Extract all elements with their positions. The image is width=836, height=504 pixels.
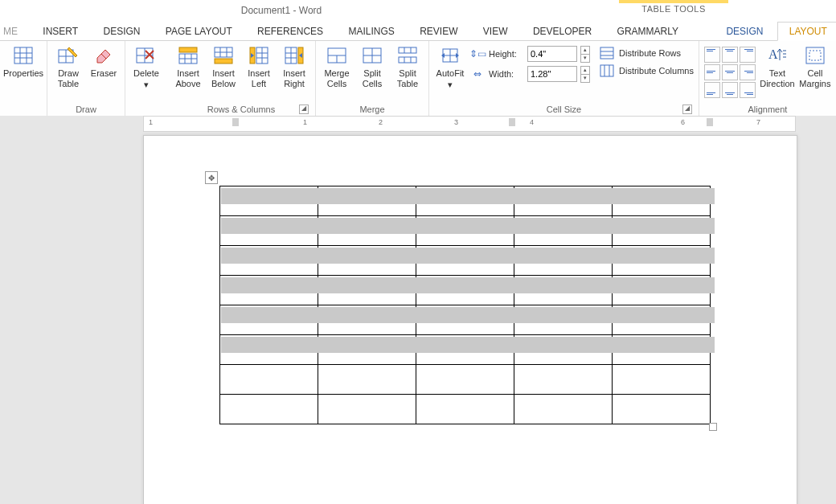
insert-above-button[interactable]: Insert Above [172,43,204,89]
table-cell[interactable] [613,276,711,305]
table-cell[interactable] [220,186,318,216]
table-cell[interactable] [416,186,514,216]
table-row[interactable] [220,365,711,395]
table-cell[interactable] [220,365,318,395]
table-cell[interactable] [514,305,613,335]
table-cell[interactable] [514,216,613,246]
table-cell[interactable] [318,186,416,216]
tab-developer[interactable]: DEVELOPER [522,23,603,40]
table-cell[interactable] [416,276,514,305]
tab-references[interactable]: REFERENCES [246,23,334,40]
tab-review[interactable]: REVIEW [408,23,469,40]
split-cells-button[interactable]: Split Cells [356,43,388,89]
table-row[interactable] [220,305,711,335]
table-cell[interactable] [416,335,514,365]
table-cell[interactable] [613,186,711,216]
table-cell[interactable] [613,395,711,424]
insert-left-button[interactable]: Insert Left [243,43,275,89]
table-row[interactable] [220,186,711,216]
table-cell[interactable] [514,246,613,276]
draw-table-button[interactable]: Draw Table [52,43,84,89]
pencil-table-icon [57,45,80,66]
horizontal-ruler[interactable]: 1 1 2 3 4 6 7 [143,116,796,132]
align-mid-center[interactable] [722,64,738,80]
align-bot-center[interactable] [722,82,738,98]
table-cell[interactable] [318,335,416,365]
group-label-merge: Merge [321,104,424,117]
table-cell[interactable] [318,365,416,395]
table-cell[interactable] [416,246,514,276]
table-cell[interactable] [613,216,711,246]
distribute-rows-button[interactable]: Distribute Rows [600,47,694,59]
delete-button[interactable]: Delete ▾ [130,43,162,90]
table-cell[interactable] [220,395,318,424]
table-cell[interactable] [416,216,514,246]
align-mid-left[interactable] [704,64,720,80]
table-resize-handle[interactable] [709,423,717,431]
table-cell[interactable] [220,305,318,335]
width-input[interactable] [527,66,577,82]
merge-cells-button[interactable]: Merge Cells [321,43,353,89]
align-mid-right[interactable] [740,64,756,80]
tab-insert[interactable]: INSERT [31,23,89,40]
eraser-button[interactable]: Eraser [88,43,120,79]
table-cell[interactable] [220,335,318,365]
table-cell[interactable] [220,216,318,246]
table-row[interactable] [220,395,711,424]
table-cell[interactable] [514,395,613,424]
dialog-launcher-icon[interactable]: ◢ [682,104,692,114]
tab-grammarly[interactable]: GRAMMARLY [606,23,690,40]
document-table[interactable] [219,186,711,424]
table-cell[interactable] [416,365,514,395]
table-cell[interactable] [613,365,711,395]
height-input[interactable] [527,46,577,62]
tab-mailings[interactable]: MAILINGS [337,23,405,40]
table-cell[interactable] [220,246,318,276]
tab-file-partial[interactable]: ME [0,23,29,40]
table-row[interactable] [220,216,711,246]
split-cells-icon [361,45,383,66]
table-cell[interactable] [514,335,613,365]
properties-button[interactable]: Properties [5,43,42,79]
table-cell[interactable] [318,305,416,335]
distribute-columns-button[interactable]: Distribute Columns [600,64,694,77]
align-top-right[interactable] [740,47,756,63]
height-spinner[interactable]: ▴▾ [580,46,590,62]
width-spinner[interactable]: ▴▾ [580,66,590,82]
insert-right-button[interactable]: Insert Right [278,43,310,89]
table-cell[interactable] [514,365,613,395]
table-cell[interactable] [514,186,613,216]
table-cell[interactable] [220,276,318,305]
cell-margins-button[interactable]: Cell Margins [799,43,831,89]
table-cell[interactable] [318,216,416,246]
table-cell[interactable] [514,276,613,305]
split-table-button[interactable]: Split Table [391,43,424,89]
align-bot-right[interactable] [740,82,756,98]
document-page[interactable]: ✥ [143,135,797,504]
text-direction-button[interactable]: A Text Direction [759,43,796,89]
table-cell[interactable] [318,395,416,424]
tab-table-design[interactable]: DESIGN [715,23,774,40]
grid-icon [12,45,35,66]
tab-table-layout[interactable]: LAYOUT [777,22,836,41]
tab-design[interactable]: DESIGN [92,23,151,40]
table-row[interactable] [220,276,711,305]
align-bot-left[interactable] [704,82,720,98]
align-top-center[interactable] [722,47,738,63]
table-row[interactable] [220,246,711,276]
table-cell[interactable] [613,246,711,276]
table-cell[interactable] [416,395,514,424]
table-cell[interactable] [416,305,514,335]
table-move-handle[interactable]: ✥ [205,171,218,184]
autofit-button[interactable]: AutoFit ▾ [434,43,466,90]
tab-page-layout[interactable]: PAGE LAYOUT [154,23,244,40]
table-cell[interactable] [318,246,416,276]
insert-below-button[interactable]: Insert Below [207,43,240,89]
table-cell[interactable] [613,335,711,365]
tab-view[interactable]: VIEW [472,23,519,40]
table-cell[interactable] [318,276,416,305]
table-row[interactable] [220,335,711,365]
align-top-left[interactable] [704,47,720,63]
dialog-launcher-icon[interactable]: ◢ [299,104,309,114]
table-cell[interactable] [613,305,711,335]
